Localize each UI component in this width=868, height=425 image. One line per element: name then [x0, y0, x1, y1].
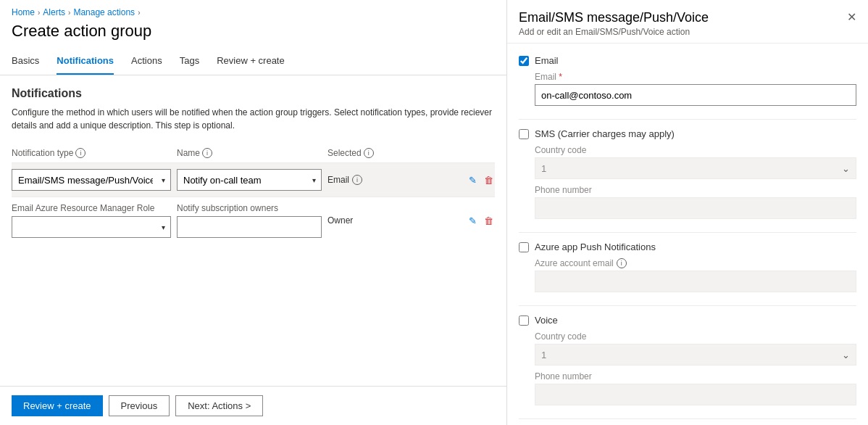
tab-tags[interactable]: Tags — [180, 49, 199, 75]
sms-section: SMS (Carrier charges may apply) Country … — [519, 128, 856, 219]
table-headers: Notification type i Name i Selected i — [12, 144, 495, 163]
row2-type-select-wrapper — [12, 216, 171, 238]
chevron-icon-2: › — [68, 9, 70, 17]
row2-name-input[interactable] — [177, 216, 322, 238]
tab-basics[interactable]: Basics — [12, 49, 39, 75]
panel-subtitle: Add or edit an Email/SMS/Push/Voice acti… — [519, 27, 709, 37]
voice-country-dropdown[interactable]: 1 ⌄ — [535, 344, 856, 366]
next-button[interactable]: Next: Actions > — [175, 395, 263, 416]
sms-country-label: Country code — [535, 145, 856, 155]
review-create-button[interactable]: Review + create — [12, 395, 103, 416]
voice-label: Voice — [535, 315, 558, 326]
sms-phone-group: Phone number — [535, 185, 856, 219]
push-account-group: Azure account email i — [535, 258, 856, 292]
section-desc: Configure the method in which users will… — [12, 106, 495, 132]
sms-checkbox[interactable] — [519, 129, 529, 139]
header-selected: Selected i — [327, 148, 495, 158]
info-icon-selected[interactable]: i — [364, 148, 374, 158]
row2-type-select[interactable] — [12, 216, 171, 238]
info-icon-push[interactable]: i — [617, 258, 627, 268]
selected-cell-2: Owner ✎ 🗑 — [327, 215, 495, 226]
email-field-label: Email — [535, 72, 856, 82]
email-checkbox[interactable] — [519, 56, 529, 66]
close-panel-button[interactable]: ✕ — [847, 10, 856, 24]
selected-value-2: Owner — [327, 215, 353, 226]
main-content: Notifications Configure the method in wh… — [0, 75, 506, 386]
row2-action-buttons: ✎ 🗑 — [467, 215, 495, 226]
delete-row2-button[interactable]: 🗑 — [483, 215, 495, 226]
voice-country-label: Country code — [535, 331, 856, 342]
info-icon-email-selected[interactable]: i — [352, 175, 362, 185]
panel-body: Email Email SMS (Carrier charges may app… — [507, 44, 868, 425]
notification-type-select[interactable]: Email/SMS message/Push/Voice — [12, 169, 171, 191]
edit-row2-button[interactable]: ✎ — [467, 215, 478, 226]
table-row: Email/SMS message/Push/Voice Notify on-c… — [12, 163, 495, 197]
notification-type-select-wrapper: Email/SMS message/Push/Voice — [12, 169, 171, 191]
sms-phone-field[interactable] — [535, 197, 856, 219]
push-account-field[interactable] — [535, 271, 856, 292]
tab-review-create[interactable]: Review + create — [217, 49, 285, 75]
voice-country-group: Country code 1 ⌄ — [535, 331, 856, 366]
divider-4 — [519, 418, 856, 419]
panel-header: Email/SMS message/Push/Voice Add or edit… — [507, 0, 868, 44]
section-title: Notifications — [12, 87, 495, 100]
dropdown-arrow-sms: ⌄ — [842, 163, 850, 174]
voice-phone-field[interactable] — [535, 384, 856, 405]
breadcrumb-alerts[interactable]: Alerts — [43, 7, 65, 17]
tabs-container: Basics Notifications Actions Tags Review… — [0, 49, 506, 75]
header-notification-type: Notification type i — [12, 148, 171, 158]
sms-phone-label: Phone number — [535, 185, 856, 195]
footer: Review + create Previous Next: Actions > — [0, 386, 506, 425]
name-select[interactable]: Notify on-call team — [177, 169, 322, 191]
email-input[interactable] — [535, 84, 856, 106]
email-label: Email — [535, 55, 559, 66]
sms-checkbox-row: SMS (Carrier charges may apply) — [519, 128, 856, 139]
tab-notifications[interactable]: Notifications — [57, 49, 114, 75]
table-row-2: Email Azure Resource Manager Role Notify… — [12, 197, 495, 244]
breadcrumb-home[interactable]: Home — [12, 7, 35, 17]
info-icon-name[interactable]: i — [202, 148, 212, 158]
edit-row1-button[interactable]: ✎ — [467, 175, 478, 186]
sms-country-group: Country code 1 ⌄ — [535, 145, 856, 179]
delete-row1-button[interactable]: 🗑 — [483, 175, 495, 186]
panel-title: Email/SMS message/Push/Voice — [519, 10, 709, 25]
row2-type-label: Email Azure Resource Manager Role — [12, 203, 171, 238]
divider-1 — [519, 119, 856, 120]
row2-name-area: Notify subscription owners — [177, 203, 322, 238]
info-icon-type[interactable]: i — [75, 148, 85, 158]
divider-3 — [519, 305, 856, 306]
sms-country-dropdown[interactable]: 1 ⌄ — [535, 157, 856, 179]
selected-value-1: Email i — [327, 175, 362, 185]
email-section: Email Email — [519, 55, 856, 106]
row1-action-buttons: ✎ 🗑 — [467, 175, 495, 186]
email-checkbox-row: Email — [519, 55, 856, 66]
page-title: Create action group — [0, 22, 506, 49]
name-select-wrapper: Notify on-call team — [177, 169, 322, 191]
push-checkbox-row: Azure app Push Notifications — [519, 242, 856, 252]
divider-2 — [519, 232, 856, 233]
dropdown-arrow-voice: ⌄ — [842, 350, 850, 360]
previous-button[interactable]: Previous — [109, 395, 170, 416]
voice-section: Voice Country code 1 ⌄ Phone number — [519, 315, 856, 405]
push-account-label: Azure account email i — [535, 258, 856, 268]
push-checkbox[interactable] — [519, 242, 529, 252]
chevron-icon-3: › — [138, 9, 140, 17]
right-panel: Email/SMS message/Push/Voice Add or edit… — [507, 0, 868, 425]
breadcrumb: Home › Alerts › Manage actions › — [0, 0, 506, 22]
sms-label: SMS (Carrier charges may apply) — [535, 128, 675, 139]
push-section: Azure app Push Notifications Azure accou… — [519, 242, 856, 292]
voice-checkbox-row: Voice — [519, 315, 856, 326]
push-label: Azure app Push Notifications — [535, 242, 656, 252]
tab-actions[interactable]: Actions — [131, 49, 162, 75]
voice-phone-label: Phone number — [535, 371, 856, 381]
left-panel: Home › Alerts › Manage actions › Create … — [0, 0, 507, 425]
header-name: Name i — [177, 148, 322, 158]
email-field-group: Email — [535, 72, 856, 106]
panel-title-area: Email/SMS message/Push/Voice Add or edit… — [519, 10, 709, 37]
voice-phone-group: Phone number — [535, 371, 856, 405]
selected-cell-1: Email i ✎ 🗑 — [327, 175, 495, 186]
chevron-icon-1: › — [38, 9, 40, 17]
voice-checkbox[interactable] — [519, 315, 529, 326]
breadcrumb-manage-actions[interactable]: Manage actions — [73, 7, 135, 17]
